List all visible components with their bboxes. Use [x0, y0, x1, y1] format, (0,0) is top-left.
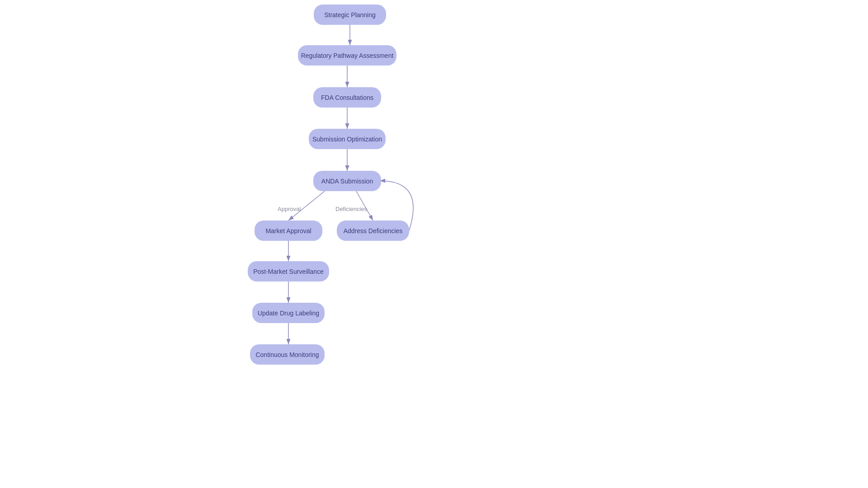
- node-regulatory-pathway: Regulatory Pathway Assessment: [298, 45, 396, 66]
- diagram-container: Approval Deficiencies Strategic Planning…: [0, 0, 868, 488]
- approval-label: Approval: [278, 206, 301, 212]
- deficiencies-label: Deficiencies: [335, 206, 368, 212]
- node-label-market-approval: Market Approval: [265, 227, 311, 235]
- node-continuous-monitoring: Continuous Monitoring: [250, 344, 325, 365]
- node-market-approval: Market Approval: [255, 221, 322, 241]
- node-label-strategic-planning: Strategic Planning: [324, 11, 376, 19]
- node-label-submission-optimization: Submission Optimization: [312, 136, 382, 143]
- node-label-regulatory-pathway: Regulatory Pathway Assessment: [301, 52, 394, 59]
- node-anda-submission: ANDA Submission: [313, 171, 381, 191]
- node-strategic-planning: Strategic Planning: [314, 5, 386, 25]
- node-submission-optimization: Submission Optimization: [309, 129, 386, 149]
- node-update-drug-labeling: Update Drug Labeling: [252, 303, 325, 323]
- diagram-svg: Approval Deficiencies: [0, 0, 868, 488]
- node-label-continuous-monitoring: Continuous Monitoring: [255, 351, 319, 358]
- node-label-fda-consultations: FDA Consultations: [321, 94, 373, 101]
- node-post-market-surveillance: Post-Market Surveillance: [248, 261, 329, 282]
- node-label-address-deficiencies: Address Deficiencies: [344, 227, 403, 235]
- node-address-deficiencies: Address Deficiencies: [337, 221, 409, 241]
- node-fda-consultations: FDA Consultations: [313, 87, 381, 108]
- node-label-update-drug-labeling: Update Drug Labeling: [258, 310, 319, 317]
- node-label-post-market-surveillance: Post-Market Surveillance: [253, 268, 324, 275]
- node-label-anda-submission: ANDA Submission: [321, 178, 373, 185]
